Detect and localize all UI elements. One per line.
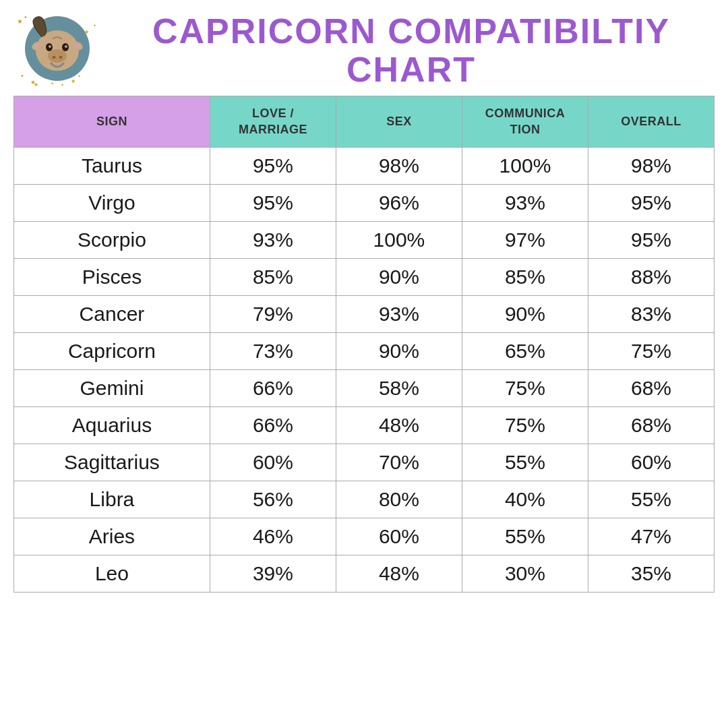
value-cell: 65%	[462, 333, 588, 370]
table-row: Capricorn73%90%65%75%	[14, 333, 715, 370]
value-cell: 58%	[336, 370, 462, 407]
value-cell: 85%	[462, 259, 588, 296]
page-wrapper: ★ ✦ ★ ✦ ✦ ★ ✦ ★ ✦	[0, 0, 728, 728]
table-row: Pisces85%90%85%88%	[14, 259, 715, 296]
value-cell: 68%	[588, 370, 714, 407]
table-row: Virgo95%96%93%95%	[14, 185, 715, 222]
col-sex: SEX	[336, 96, 462, 148]
table-row: Taurus95%98%100%98%	[14, 148, 715, 185]
title-line1: CAPRICORN COMPATIBILTIY	[108, 12, 715, 51]
table-row: Sagittarius60%70%55%60%	[14, 444, 715, 481]
sign-cell: Aries	[14, 518, 210, 555]
sign-cell: Taurus	[14, 148, 210, 185]
value-cell: 55%	[588, 481, 714, 518]
value-cell: 90%	[336, 259, 462, 296]
value-cell: 93%	[462, 185, 588, 222]
svg-point-12	[49, 45, 51, 48]
value-cell: 30%	[462, 555, 588, 593]
value-cell: 88%	[588, 259, 714, 296]
svg-text:✦: ✦	[51, 82, 54, 86]
main-title: CAPRICORN COMPATIBILTIY CHART	[108, 12, 715, 89]
value-cell: 60%	[336, 518, 462, 555]
value-cell: 46%	[210, 518, 336, 555]
value-cell: 66%	[210, 370, 336, 407]
svg-text:★: ★	[34, 82, 38, 88]
table-row: Scorpio93%100%97%95%	[14, 222, 715, 259]
sign-cell: Pisces	[14, 259, 210, 296]
compatibility-table: SIGN LOVE /MARRIAGE SEX COMMUNICATION OV…	[13, 96, 715, 593]
table-row: Libra56%80%40%55%	[14, 481, 715, 518]
value-cell: 56%	[210, 481, 336, 518]
header-row: SIGN LOVE /MARRIAGE SEX COMMUNICATION OV…	[14, 96, 715, 148]
sign-cell: Sagittarius	[14, 444, 210, 481]
svg-point-14	[65, 45, 67, 48]
table-row: Leo39%48%30%35%	[14, 555, 715, 593]
value-cell: 35%	[588, 555, 714, 593]
value-cell: 75%	[462, 370, 588, 407]
value-cell: 66%	[210, 407, 336, 444]
value-cell: 93%	[336, 296, 462, 333]
col-sign: SIGN	[14, 96, 210, 148]
value-cell: 79%	[210, 296, 336, 333]
title-line2: CHART	[108, 51, 715, 89]
value-cell: 55%	[462, 444, 588, 481]
table-row: Aquarius66%48%75%68%	[14, 407, 715, 444]
col-comm: COMMUNICATION	[462, 96, 588, 148]
sign-cell: Gemini	[14, 370, 210, 407]
value-cell: 95%	[210, 185, 336, 222]
value-cell: 39%	[210, 555, 336, 593]
value-cell: 83%	[588, 296, 714, 333]
svg-point-16	[53, 56, 56, 59]
value-cell: 60%	[210, 444, 336, 481]
col-overall: OVERALL	[588, 96, 714, 148]
value-cell: 55%	[462, 518, 588, 555]
col-love: LOVE /MARRIAGE	[210, 96, 336, 148]
title-block: CAPRICORN COMPATIBILTIY CHART	[108, 12, 715, 89]
value-cell: 100%	[462, 148, 588, 185]
capricorn-logo: ★ ✦ ★ ✦ ✦ ★ ✦ ★ ✦	[13, 13, 101, 88]
value-cell: 40%	[462, 481, 588, 518]
table-container: SIGN LOVE /MARRIAGE SEX COMMUNICATION OV…	[13, 96, 715, 721]
svg-text:★: ★	[71, 78, 75, 84]
value-cell: 75%	[588, 333, 714, 370]
header: ★ ✦ ★ ✦ ✦ ★ ✦ ★ ✦	[13, 12, 715, 89]
svg-point-17	[59, 56, 63, 59]
svg-text:✦: ✦	[20, 73, 24, 78]
value-cell: 93%	[210, 222, 336, 259]
table-row: Gemini66%58%75%68%	[14, 370, 715, 407]
value-cell: 97%	[462, 222, 588, 259]
value-cell: 70%	[336, 444, 462, 481]
sign-cell: Aquarius	[14, 407, 210, 444]
value-cell: 100%	[336, 222, 462, 259]
value-cell: 98%	[336, 148, 462, 185]
value-cell: 80%	[336, 481, 462, 518]
svg-text:★: ★	[17, 18, 23, 25]
value-cell: 48%	[336, 555, 462, 593]
sign-cell: Capricorn	[14, 333, 210, 370]
value-cell: 47%	[588, 518, 714, 555]
table-row: Aries46%60%55%47%	[14, 518, 715, 555]
value-cell: 90%	[462, 296, 588, 333]
value-cell: 95%	[588, 222, 714, 259]
svg-text:✦: ✦	[24, 15, 28, 20]
sign-cell: Libra	[14, 481, 210, 518]
table-body: Taurus95%98%100%98%Virgo95%96%93%95%Scor…	[14, 148, 715, 593]
sign-cell: Leo	[14, 555, 210, 593]
value-cell: 60%	[588, 444, 714, 481]
sign-cell: Cancer	[14, 296, 210, 333]
sign-cell: Virgo	[14, 185, 210, 222]
table-row: Cancer79%93%90%83%	[14, 296, 715, 333]
table-header: SIGN LOVE /MARRIAGE SEX COMMUNICATION OV…	[14, 96, 715, 148]
sign-cell: Scorpio	[14, 222, 210, 259]
svg-text:✦: ✦	[78, 74, 81, 78]
value-cell: 95%	[210, 148, 336, 185]
value-cell: 75%	[462, 407, 588, 444]
value-cell: 85%	[210, 259, 336, 296]
svg-text:✦: ✦	[93, 24, 96, 28]
value-cell: 90%	[336, 333, 462, 370]
value-cell: 48%	[336, 407, 462, 444]
svg-text:✦: ✦	[61, 83, 64, 87]
value-cell: 73%	[210, 333, 336, 370]
svg-point-15	[48, 49, 67, 63]
value-cell: 96%	[336, 185, 462, 222]
